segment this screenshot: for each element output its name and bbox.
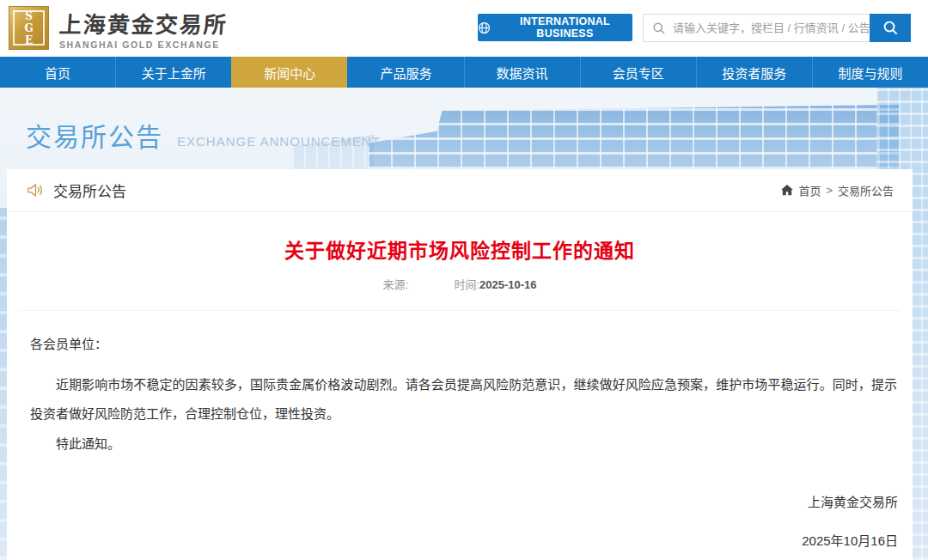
article-signature: 上海黄金交易所 <box>808 492 898 510</box>
article-date: 2025年10月16日 <box>802 531 898 549</box>
article-meta: 来源: 时间:2025-10-16 <box>7 276 913 292</box>
nav-item-data[interactable]: 数据资讯 <box>464 57 580 88</box>
search-icon <box>652 21 666 35</box>
logo-monogram: SGE <box>13 10 45 46</box>
banner-title-cn: 交易所公告 <box>26 116 163 154</box>
article-time-label: 时间: <box>454 278 479 291</box>
section-title: 交易所公告 <box>53 180 126 201</box>
nav-item-rules[interactable]: 制度与规则 <box>812 57 928 88</box>
international-business-button[interactable]: INTERNATIONAL BUSINESS <box>478 14 632 41</box>
article-source-label: 来源: <box>383 278 409 291</box>
article-salutation: 各会员单位： <box>30 330 897 359</box>
banner-building-graphic <box>368 101 899 169</box>
logo-name-cn: 上海黄金交易所 <box>58 7 229 39</box>
sge-logo-mark-icon: SGE <box>9 6 49 50</box>
section-header: 交易所公告 首页 > 交易所公告 <box>7 169 913 212</box>
international-business-label: INTERNATIONAL BUSINESS <box>498 15 632 40</box>
nav-item-about[interactable]: 关于上金所 <box>115 57 231 88</box>
site-header: SGE 上海黄金交易所 SHANGHAI GOLD EXCHANGE INTER… <box>0 0 928 57</box>
content-card: 交易所公告 首页 > 交易所公告 关于做好近期市场风险控制工作的通知 来源: 时… <box>7 169 913 560</box>
main-nav: 首页 关于上金所 新闻中心 产品服务 数据资讯 会员专区 投资者服务 制度与规则 <box>0 57 928 88</box>
nav-item-products[interactable]: 产品服务 <box>347 57 463 88</box>
breadcrumb-separator: > <box>826 184 833 197</box>
nav-item-news[interactable]: 新闻中心 <box>231 57 347 88</box>
nav-item-members[interactable]: 会员专区 <box>580 57 696 88</box>
article-closing: 特此通知。 <box>30 429 897 459</box>
announcement-speaker-icon <box>26 182 44 198</box>
site-logo[interactable]: SGE 上海黄金交易所 SHANGHAI GOLD EXCHANGE <box>9 6 228 50</box>
breadcrumb-current: 交易所公告 <box>838 182 894 198</box>
article-title: 关于做好近期市场风险控制工作的通知 <box>7 234 913 264</box>
search-box <box>643 14 911 42</box>
nav-item-investors[interactable]: 投资者服务 <box>696 57 812 88</box>
article-time-value: 2025-10-16 <box>479 278 537 291</box>
home-icon <box>781 185 793 196</box>
breadcrumb-home[interactable]: 首页 <box>798 182 821 198</box>
article-paragraph: 近期影响市场不稳定的因素较多，国际贵金属价格波动剧烈。请各会员提高风险防范意识，… <box>30 370 897 429</box>
banner-title: 交易所公告 EXCHANGE ANNOUNCEMENT <box>26 116 381 154</box>
logo-text: 上海黄金交易所 SHANGHAI GOLD EXCHANGE <box>59 7 228 50</box>
search-submit-icon <box>882 20 899 36</box>
nav-item-home[interactable]: 首页 <box>0 57 115 88</box>
globe-icon <box>478 21 491 34</box>
search-input[interactable] <box>673 21 870 34</box>
search-submit-button[interactable] <box>870 14 911 42</box>
banner-title-en: EXCHANGE ANNOUNCEMENT <box>177 134 381 149</box>
logo-name-en: SHANGHAI GOLD EXCHANGE <box>59 40 228 50</box>
breadcrumb: 首页 > 交易所公告 <box>781 182 894 198</box>
article-body: 各会员单位： 近期影响市场不稳定的因素较多，国际贵金属价格波动剧烈。请各会员提高… <box>7 311 913 459</box>
